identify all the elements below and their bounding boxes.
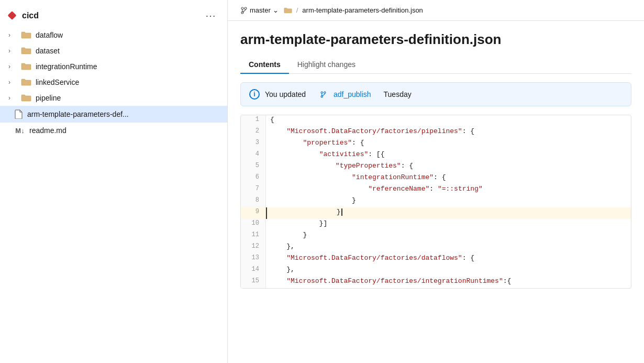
code-line: 7 "referenceName": "=::string" [241,184,631,196]
line-content: "Microsoft.DataFactory/factories/pipelin… [266,127,631,138]
folder-label-dataset: dataset [36,47,60,55]
folder-icon [21,47,31,55]
folder-list: › dataflow › dataset › integrationRuntim… [0,27,227,106]
sidebar: cicd ⋯ › dataflow › dataset › integratio… [0,0,228,363]
code-line: 9 } [241,207,631,219]
branch-selector-button[interactable]: master ⌄ [238,5,281,15]
sidebar-item-dataflow[interactable]: › dataflow [0,27,227,43]
code-line: 3 "properties": { [241,138,631,150]
line-number: 3 [241,138,266,150]
svg-point-3 [245,7,247,9]
line-content: "Microsoft.DataFactory/factories/dataflo… [266,254,631,265]
line-content: } [266,207,631,219]
svg-point-4 [321,92,323,93]
chevron-right-icon: › [8,94,17,102]
line-number: 11 [241,230,266,242]
line-number: 9 [241,207,266,219]
info-branch-link[interactable]: adf_publish [334,90,371,98]
svg-rect-0 [8,11,17,20]
repo-name: cicd [22,11,39,20]
readme-label: readme.md [29,126,66,135]
info-icon: i [249,89,260,100]
line-number: 7 [241,184,266,196]
svg-point-6 [324,92,326,93]
markdown-icon: M↓ [15,127,25,135]
sidebar-item-pipeline[interactable]: › pipeline [0,90,227,106]
sidebar-header: cicd ⋯ [0,4,227,27]
code-line: 13 "Microsoft.DataFactory/factories/data… [241,254,631,265]
branch-icon [240,7,248,14]
file-title: arm-template-parameters-definition.json [240,31,631,48]
code-line: 14 }, [241,265,631,277]
line-number: 6 [241,173,266,184]
info-branch-icon [320,91,327,98]
line-number: 8 [241,196,266,207]
code-viewer: 1{2 "Microsoft.DataFactory/factories/pip… [240,115,631,289]
chevron-right-icon: › [8,79,17,86]
chevron-right-icon: › [8,47,17,54]
folder-icon [21,62,31,71]
code-line: 5 "typeProperties": { [241,161,631,173]
tab-highlight-changes[interactable]: Highlight changes [289,56,364,74]
line-number: 4 [241,150,266,161]
code-line: 4 "activities": [{ [241,150,631,161]
sidebar-item-readme[interactable]: M↓ readme.md [0,123,227,138]
line-number: 12 [241,242,266,254]
repo-title-row: cicd [6,10,39,21]
sidebar-item-active-file[interactable]: arm-template-parameters-def... [0,106,227,123]
sidebar-menu-button[interactable]: ⋯ [202,8,219,23]
line-content: "activities": [{ [266,150,631,161]
branch-chevron: ⌄ [273,6,279,14]
chevron-right-icon: › [8,31,17,39]
line-number: 2 [241,127,266,138]
svg-point-1 [241,7,243,9]
top-bar: master ⌄ / arm-template-parameters-defin… [228,0,644,21]
code-line: 2 "Microsoft.DataFactory/factories/pipel… [241,127,631,138]
content-area: arm-template-parameters-definition.json … [228,21,644,363]
line-number: 15 [241,277,266,288]
code-line: 11 } [241,230,631,242]
line-number: 1 [241,115,266,127]
code-line: 15 "Microsoft.DataFactory/factories/inte… [241,277,631,288]
line-content: "Microsoft.DataFactory/factories/integra… [266,277,631,288]
line-content: "properties": { [266,138,631,150]
file-icon [15,109,23,119]
info-banner: i You updated adf_publish Tuesday [240,82,631,106]
code-line: 6 "integrationRuntime": { [241,173,631,184]
folder-label-dataflow: dataflow [36,31,63,39]
line-number: 5 [241,161,266,173]
active-file-label: arm-template-parameters-def... [27,110,129,118]
line-content: } [266,230,631,242]
folder-icon [21,94,31,102]
breadcrumb-separator: / [296,6,298,14]
sidebar-item-dataset[interactable]: › dataset [0,43,227,59]
sidebar-item-integrationRuntime[interactable]: › integrationRuntime [0,59,227,74]
line-content: }] [266,219,631,230]
folder-label-linkedService: linkedService [36,78,79,86]
code-line: 1{ [241,115,631,127]
sidebar-item-linkedService[interactable]: › linkedService [0,74,227,90]
folder-label-pipeline: pipeline [36,94,61,102]
breadcrumb-folder-icon [284,7,292,14]
chevron-right-icon: › [8,63,17,70]
info-text-prefix: You updated [265,90,306,98]
code-line: 8 } [241,196,631,207]
code-line: 10 }] [241,219,631,230]
tab-contents[interactable]: Contents [240,56,289,74]
repo-icon [6,10,18,21]
breadcrumb-file-name: arm-template-parameters-definition.json [302,6,423,14]
line-content: "integrationRuntime": { [266,173,631,184]
line-number: 14 [241,265,266,277]
line-content: } [266,196,631,207]
main-content: master ⌄ / arm-template-parameters-defin… [228,0,644,363]
line-content: "referenceName": "=::string" [266,184,631,196]
line-number: 10 [241,219,266,230]
line-content: { [266,115,631,127]
branch-name: master [250,6,271,14]
folder-icon [21,78,31,86]
tabs-bar: Contents Highlight changes [240,56,631,74]
folder-icon [21,31,31,39]
line-number: 13 [241,254,266,265]
line-content: }, [266,242,631,254]
info-text-suffix: Tuesday [384,90,412,98]
